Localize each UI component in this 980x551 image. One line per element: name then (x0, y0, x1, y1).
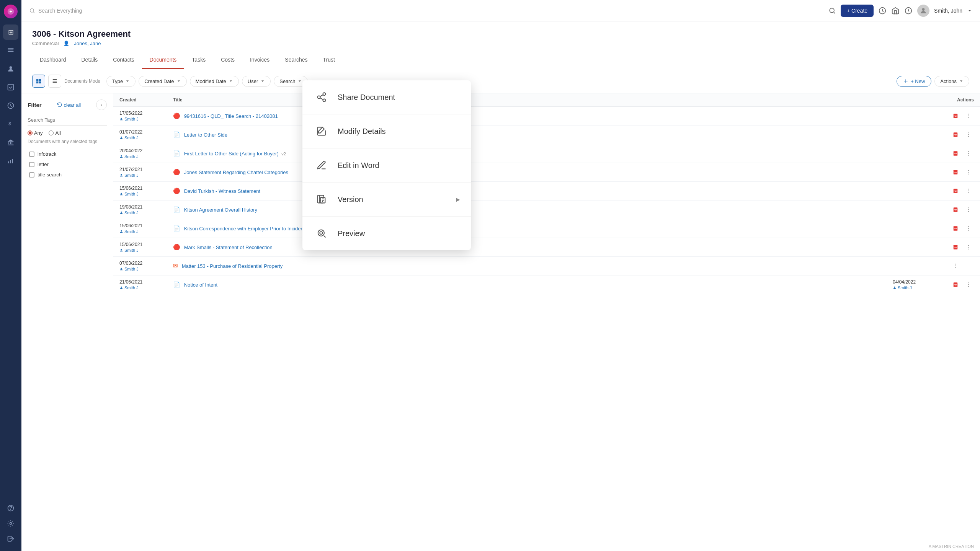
tab-trust[interactable]: Trust (315, 51, 342, 69)
history-icon[interactable] (878, 7, 887, 15)
sidebar-item-help[interactable] (3, 500, 18, 516)
ellipsis-icon (965, 132, 972, 138)
pdf-action-button[interactable]: PDF (950, 242, 961, 253)
svg-point-13 (10, 523, 12, 525)
menu-item-modify[interactable]: Modify Details (302, 114, 471, 148)
created-date-filter-button[interactable]: Created Date (139, 76, 186, 87)
matter-assigned-user[interactable]: Jones, Jane (74, 41, 101, 46)
pdf-action-button[interactable]: PDF (950, 167, 961, 178)
filter-header: Filter clear all (28, 99, 107, 110)
create-button[interactable]: + Create (841, 5, 874, 17)
pdf-action-button[interactable]: PDF (950, 204, 961, 215)
row-more-button[interactable] (950, 261, 961, 271)
tab-tasks[interactable]: Tasks (184, 51, 213, 69)
view-mode-grid-button[interactable] (32, 75, 45, 88)
pdf-action-button[interactable]: PDF (950, 223, 961, 234)
svg-text:PDF: PDF (954, 153, 957, 155)
docs-list: Created Title Actions 17/05/2022 Smith J (113, 93, 980, 551)
row-more-button[interactable] (963, 167, 974, 178)
tab-costs[interactable]: Costs (213, 51, 242, 69)
user-name[interactable]: Smith, John (934, 8, 962, 14)
doc-title-link[interactable]: Kitson Agreement Overall History (184, 207, 257, 213)
pdf-action-button[interactable]: PDF (950, 129, 961, 140)
tag-infotrack[interactable]: infotrack (28, 149, 107, 159)
sidebar-item-reports[interactable] (3, 153, 18, 168)
menu-item-edit-word[interactable]: Edit in Word (302, 148, 471, 183)
docs-mode-label: Documents Mode (64, 78, 100, 84)
doc-title-link[interactable]: Matter 153 - Purchase of Residential Pro… (182, 263, 283, 269)
modified-date-filter-button[interactable]: Modified Date (190, 76, 239, 87)
radio-any[interactable]: Any (28, 130, 42, 136)
pdf-action-button[interactable]: PDF (950, 111, 961, 121)
user-filter-button[interactable]: User (242, 76, 271, 87)
doc-type-icon: 📄 (173, 131, 180, 138)
tag-title-search[interactable]: title search (28, 170, 107, 180)
row-more-button[interactable] (963, 204, 974, 215)
ellipsis-icon (965, 150, 972, 156)
doc-title-link[interactable]: Jones Statement Regarding Chattel Catego… (184, 170, 288, 175)
actions-button[interactable]: Actions (934, 76, 969, 87)
search-area[interactable]: Search Everything (29, 8, 824, 14)
new-document-button[interactable]: + New (897, 76, 931, 87)
svg-point-80 (968, 284, 969, 285)
tab-documents[interactable]: Documents (142, 51, 185, 69)
menu-item-version[interactable]: Version ▶ (302, 183, 471, 217)
search-icon-top[interactable] (828, 7, 836, 15)
radio-all[interactable]: All (49, 130, 60, 136)
row-more-button[interactable] (963, 129, 974, 140)
sidebar-item-settings[interactable] (3, 516, 18, 531)
collapse-filter-button[interactable] (96, 99, 107, 110)
row-more-button[interactable] (963, 148, 974, 159)
type-filter-button[interactable]: Type (106, 76, 136, 87)
tab-invoices[interactable]: Invoices (242, 51, 277, 69)
doc-title-link[interactable]: 99431616 - QLD_ Title Search - 21402081 (184, 113, 278, 119)
sidebar-item-time[interactable] (3, 98, 18, 113)
row-more-button[interactable] (963, 111, 974, 121)
svg-point-79 (968, 282, 969, 283)
doc-user: Smith J (119, 135, 161, 140)
sidebar-item-dashboard[interactable]: ⊞ (3, 24, 18, 40)
doc-title-link[interactable]: Kitson Correspondence with Employer Prio… (184, 226, 305, 231)
doc-title-link[interactable]: David Turkish - Witness Statement (184, 188, 260, 194)
search-tags-input[interactable] (28, 115, 107, 126)
row-more-button[interactable] (963, 279, 974, 290)
view-mode-list-button[interactable] (48, 75, 61, 88)
clear-all-button[interactable]: clear all (57, 102, 81, 108)
tab-searches[interactable]: Searches (277, 51, 315, 69)
doc-title-link[interactable]: First Letter to Other Side (Acting for B… (184, 151, 279, 156)
svg-point-44 (968, 170, 969, 171)
tab-dashboard[interactable]: Dashboard (32, 51, 74, 69)
check-icon[interactable] (891, 7, 900, 15)
pdf-action-button[interactable]: PDF (950, 186, 961, 196)
pdf-action-button[interactable]: PDF (950, 279, 961, 290)
svg-point-57 (968, 209, 969, 210)
tab-details[interactable]: Details (74, 51, 106, 69)
sidebar-item-matters[interactable] (3, 43, 18, 58)
row-actions: PDF (950, 223, 974, 234)
menu-item-share[interactable]: Share Document (302, 80, 471, 114)
svg-point-71 (121, 268, 122, 269)
row-more-button[interactable] (963, 186, 974, 196)
doc-title-link[interactable]: Notice of Intent (184, 282, 217, 288)
tag-letter[interactable]: letter (28, 159, 107, 170)
notification-icon[interactable] (904, 7, 913, 15)
sidebar-item-tasks[interactable] (3, 80, 18, 95)
svg-point-52 (968, 192, 969, 193)
row-more-button[interactable] (963, 242, 974, 253)
tab-contacts[interactable]: Contacts (105, 51, 142, 69)
sidebar-item-billing[interactable]: $ (3, 116, 18, 132)
tag-checkbox-infotrack (29, 152, 34, 157)
pdf-action-button[interactable]: PDF (950, 148, 961, 159)
tag-checkbox-title-search (29, 172, 34, 178)
sidebar-item-contacts[interactable] (3, 61, 18, 77)
row-more-button[interactable] (963, 223, 974, 234)
doc-date: 15/06/2021 (119, 186, 161, 191)
user-chevron-icon[interactable] (967, 8, 972, 13)
doc-title-link[interactable]: Letter to Other Side (184, 132, 227, 138)
menu-item-preview[interactable]: Preview (302, 217, 471, 250)
doc-title-link[interactable]: Mark Smalls - Statement of Recollection (184, 245, 273, 250)
sidebar-item-bank[interactable] (3, 135, 18, 150)
sidebar-item-logout[interactable] (3, 531, 18, 546)
app-logo[interactable] (4, 5, 18, 18)
created-date-chevron-icon (176, 79, 181, 83)
